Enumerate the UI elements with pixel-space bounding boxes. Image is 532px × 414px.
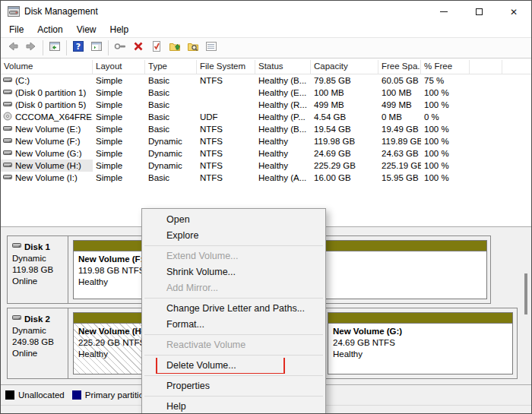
table-row[interactable]: New Volume (H:)SimpleDynamicNTFSHealthy2… bbox=[1, 160, 531, 172]
column-header-layout[interactable]: Layout bbox=[93, 60, 145, 74]
context-menu-item-format[interactable]: Format... bbox=[142, 317, 325, 333]
back-button[interactable] bbox=[4, 39, 22, 57]
volume-color-bar bbox=[328, 313, 512, 324]
folder-up-icon bbox=[168, 40, 182, 56]
pct-free-cell: 100 % bbox=[421, 161, 470, 170]
file-system-cell: UDF bbox=[197, 112, 255, 122]
type-cell: Basic bbox=[145, 112, 197, 122]
context-menu-item-change-drive-letter-and-paths[interactable]: Change Drive Letter and Paths... bbox=[142, 301, 325, 317]
table-row[interactable]: New Volume (G:)SimpleDynamicNTFSHealthy2… bbox=[1, 147, 531, 160]
free-space-cell: 0 MB bbox=[378, 112, 421, 122]
column-header-capacity[interactable]: Capacity bbox=[311, 60, 378, 74]
type-cell: Dynamic bbox=[145, 149, 197, 158]
type-cell: Basic bbox=[145, 88, 197, 97]
menubar-item-action[interactable]: Action bbox=[30, 22, 69, 37]
pct-free-cell: 100 % bbox=[421, 173, 470, 182]
disk-info-panel[interactable]: Disk 2Dynamic249.98 GBOnline bbox=[8, 308, 68, 378]
volume-name: New Volume (H:) bbox=[15, 161, 81, 170]
context-menu-item-open[interactable]: Open bbox=[142, 212, 325, 228]
free-space-cell: 225.19 GB bbox=[378, 161, 421, 170]
disk-management-window: Disk Management ✕ FileActionViewHelp ? V… bbox=[0, 0, 532, 414]
context-menu-item-delete-volume[interactable]: Delete Volume... bbox=[142, 358, 325, 374]
properties-button[interactable] bbox=[147, 39, 166, 57]
column-header-type[interactable]: Type bbox=[145, 60, 197, 74]
folder-up-button[interactable] bbox=[166, 39, 184, 57]
disk-state: Online bbox=[12, 276, 68, 287]
pct-free-cell: 100 % bbox=[421, 100, 470, 109]
volume-list-pane: VolumeLayoutTypeFile SystemStatusCapacit… bbox=[1, 58, 531, 226]
action-pane-button[interactable] bbox=[87, 39, 106, 57]
action-pane-icon bbox=[90, 40, 103, 56]
column-header-blank[interactable] bbox=[470, 60, 502, 74]
table-row[interactable]: New Volume (E:)SimpleBasicNTFSHealthy (B… bbox=[1, 123, 531, 135]
menubar-item-file[interactable]: File bbox=[2, 22, 30, 37]
free-space-cell: 24.63 GB bbox=[378, 149, 421, 158]
close-icon: ✕ bbox=[510, 7, 518, 17]
minimize-button[interactable] bbox=[426, 1, 461, 23]
context-menu-item-extend-volume: Extend Volume... bbox=[142, 248, 325, 264]
file-system-cell: NTFS bbox=[197, 76, 255, 85]
column-header-volume[interactable]: Volume bbox=[1, 60, 93, 74]
disk-pane-scrollbar[interactable] bbox=[521, 234, 530, 383]
maximize-button[interactable] bbox=[461, 1, 496, 23]
context-menu-item-explore[interactable]: Explore bbox=[142, 228, 325, 244]
help-button[interactable]: ? bbox=[69, 39, 87, 57]
column-header-file-system[interactable]: File System bbox=[197, 60, 255, 74]
close-button[interactable]: ✕ bbox=[496, 1, 531, 23]
column-header-status[interactable]: Status bbox=[255, 60, 311, 74]
column-header-free-spa-[interactable]: Free Spa... bbox=[378, 60, 421, 74]
capacity-cell: 79.85 GB bbox=[311, 76, 378, 85]
context-menu-item-properties[interactable]: Properties bbox=[142, 378, 325, 394]
status-cell: Healthy bbox=[255, 149, 311, 158]
volume-name: (C:) bbox=[15, 76, 30, 85]
pct-free-cell: 0 % bbox=[421, 112, 470, 122]
drive-icon bbox=[3, 100, 12, 110]
capacity-cell: 19.54 GB bbox=[311, 125, 378, 134]
context-menu-item-help[interactable]: Help bbox=[142, 399, 325, 414]
context-menu-item-add-mirror: Add Mirror... bbox=[142, 280, 325, 296]
volume-name: New Volume (I:) bbox=[15, 173, 78, 182]
volume-name: (Disk 0 partition 1) bbox=[15, 88, 86, 97]
forward-button[interactable] bbox=[22, 39, 40, 57]
table-row[interactable]: (Disk 0 partition 1)SimpleBasicHealthy (… bbox=[1, 87, 531, 99]
console-tree-button[interactable] bbox=[46, 39, 64, 57]
layout-cell: Simple bbox=[93, 76, 145, 85]
type-cell: Dynamic bbox=[145, 161, 197, 170]
column-header-%-free[interactable]: % Free bbox=[421, 60, 470, 74]
file-system-cell: NTFS bbox=[197, 149, 255, 158]
status-cell: Healthy bbox=[255, 161, 311, 170]
drive-icon bbox=[3, 124, 12, 134]
folder-search-button[interactable] bbox=[184, 39, 202, 57]
window-title: Disk Management bbox=[24, 6, 98, 17]
rescan-disks-button[interactable] bbox=[111, 39, 129, 57]
table-row[interactable]: New Volume (I:)SimpleBasicNTFSHealthy (A… bbox=[1, 172, 531, 184]
layout-cell: Simple bbox=[93, 125, 145, 134]
capacity-cell: 16.00 GB bbox=[311, 173, 378, 182]
free-space-cell: 100 MB bbox=[378, 88, 421, 97]
disk-state: Online bbox=[12, 348, 68, 359]
volume-panel[interactable]: New Volume (G:)24.69 GB NTFSHealthy bbox=[328, 312, 513, 374]
console-tree-icon bbox=[48, 40, 62, 56]
details-button[interactable] bbox=[202, 39, 220, 57]
volume-name-cell: New Volume (G:) bbox=[1, 147, 93, 160]
capacity-cell: 225.29 GB bbox=[311, 161, 378, 170]
disk-icon bbox=[12, 313, 21, 325]
rescan-disks-icon bbox=[113, 40, 127, 56]
menubar-item-view[interactable]: View bbox=[70, 22, 103, 37]
menubar-item-help[interactable]: Help bbox=[103, 22, 136, 37]
context-menu-item-shrink-volume[interactable]: Shrink Volume... bbox=[142, 264, 325, 280]
table-row[interactable]: New Volume (F:)SimpleDynamicNTFSHealthy1… bbox=[1, 135, 531, 147]
table-row[interactable]: CCCOMA_X64FRE...SimpleBasicUDFHealthy (P… bbox=[1, 111, 531, 123]
status-cell: Healthy bbox=[255, 137, 311, 146]
disk-info-panel[interactable]: Disk 1Dynamic119.98 GBOnline bbox=[8, 236, 68, 303]
volume-name: New Volume (F:) bbox=[15, 137, 81, 146]
free-space-cell: 60.05 GB bbox=[378, 76, 421, 85]
layout-cell: Simple bbox=[93, 112, 145, 122]
delete-button[interactable] bbox=[129, 39, 147, 57]
volume-panel-status: Healthy bbox=[333, 349, 512, 360]
scrollbar-thumb[interactable] bbox=[524, 273, 527, 314]
file-system-cell: NTFS bbox=[197, 161, 255, 170]
table-row[interactable]: (Disk 0 partition 5)SimpleBasicHealthy (… bbox=[1, 99, 531, 111]
status-cell: Healthy (B... bbox=[255, 125, 311, 134]
table-row[interactable]: (C:)SimpleBasicNTFSHealthy (B...79.85 GB… bbox=[1, 74, 531, 87]
